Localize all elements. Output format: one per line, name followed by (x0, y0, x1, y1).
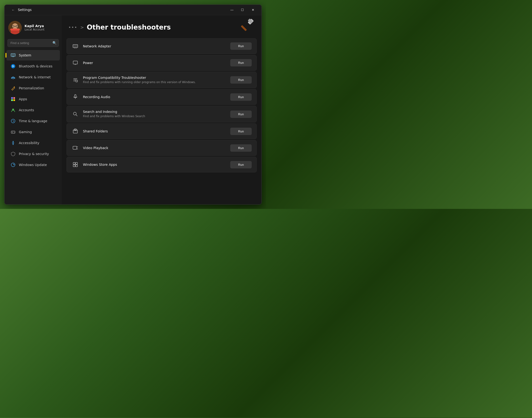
user-section: Kapil Arya Local Account (4, 19, 62, 39)
svg-rect-44 (74, 129, 76, 130)
user-name: Kapil Arya (24, 24, 44, 28)
time-label: Time & language (19, 119, 47, 123)
svg-point-12 (14, 86, 15, 87)
list-item: Power Run (67, 55, 257, 71)
system-label: System (19, 53, 31, 57)
accounts-icon (10, 107, 16, 113)
bluetooth-icon (10, 63, 16, 69)
sidebar: Kapil Arya Local Account 🔍 System (4, 15, 62, 204)
network-adapter-run-button[interactable]: Run (230, 42, 252, 50)
list-item: Shared Folders Run (67, 123, 257, 139)
minimize-button[interactable]: — (227, 6, 237, 13)
network-adapter-info: Network Adapter (83, 44, 226, 48)
settings-window: ← Settings — ☐ ✕ (4, 4, 262, 205)
program-compat-info: Program Compatibility Troubleshooter Fin… (83, 76, 226, 84)
sidebar-item-gaming[interactable]: Gaming (6, 127, 60, 137)
svg-line-42 (76, 115, 77, 116)
bluetooth-label: Bluetooth & devices (19, 64, 52, 68)
power-info: Power (83, 61, 226, 65)
avatar (8, 21, 22, 34)
main-panel: ••• > Other troubleshooters (62, 15, 262, 204)
sidebar-item-apps[interactable]: Apps (6, 94, 60, 104)
search-indexing-run-button[interactable]: Run (230, 111, 252, 118)
windows-store-name: Windows Store Apps (83, 163, 226, 166)
apps-icon (10, 96, 16, 102)
gaming-icon (10, 129, 16, 135)
shared-folders-name: Shared Folders (83, 129, 226, 133)
list-item: Recording Audio Run (67, 89, 257, 105)
svg-point-25 (11, 163, 15, 167)
search-icon: 🔍 (52, 41, 57, 45)
sidebar-item-windows-update[interactable]: Windows Update (6, 160, 60, 170)
troubleshooter-list: Network Adapter Run Power Run (62, 38, 262, 204)
back-button[interactable]: ← (8, 6, 18, 13)
sidebar-item-accessibility[interactable]: Accessibility (6, 138, 60, 148)
search-indexing-name: Search and Indexing (83, 110, 226, 114)
sidebar-item-personalization[interactable]: Personalization (6, 83, 60, 93)
shared-folders-run-button[interactable]: Run (230, 128, 252, 135)
sidebar-item-privacy[interactable]: Privacy & security (6, 149, 60, 159)
user-type: Local Account (24, 28, 44, 31)
recording-audio-icon (72, 93, 79, 101)
network-label: Network & internet (19, 75, 51, 79)
list-item: Program Compatibility Troubleshooter Fin… (67, 72, 257, 88)
maximize-button[interactable]: ☐ (238, 6, 247, 13)
sidebar-item-bluetooth[interactable]: Bluetooth & devices (6, 61, 60, 71)
network-icon (10, 74, 16, 80)
titlebar: ← Settings — ☐ ✕ (4, 5, 262, 15)
svg-rect-39 (75, 94, 76, 97)
svg-rect-8 (12, 54, 15, 56)
video-playback-name: Video Playback (83, 146, 226, 150)
sidebar-item-system[interactable]: System (6, 50, 60, 60)
windows-store-run-button[interactable]: Run (230, 161, 252, 168)
shared-folders-info: Shared Folders (83, 129, 226, 133)
windows-update-icon (10, 162, 16, 168)
shared-folders-icon (72, 128, 79, 135)
user-info: Kapil Arya Local Account (24, 24, 44, 31)
main-content: Kapil Arya Local Account 🔍 System (4, 15, 262, 204)
svg-rect-45 (73, 146, 77, 149)
svg-rect-50 (73, 165, 75, 167)
program-compat-desc: Find and fix problems with running older… (83, 80, 226, 84)
svg-rect-33 (73, 61, 77, 64)
recording-audio-run-button[interactable]: Run (230, 93, 252, 101)
sidebar-item-network[interactable]: Network & internet (6, 72, 60, 82)
system-icon (10, 52, 16, 58)
search-input[interactable] (7, 39, 59, 47)
video-playback-run-button[interactable]: Run (230, 144, 252, 152)
svg-rect-38 (76, 80, 77, 82)
network-adapter-icon (72, 42, 79, 50)
time-icon (10, 118, 16, 124)
search-indexing-icon (72, 110, 79, 118)
recording-audio-info: Recording Audio (83, 95, 226, 99)
svg-rect-19 (11, 131, 15, 133)
search-box: 🔍 (7, 39, 59, 47)
gaming-label: Gaming (19, 130, 32, 134)
list-item: Network Adapter Run (67, 38, 257, 54)
search-indexing-desc: Find and fix problems with Windows Searc… (83, 114, 226, 118)
breadcrumb-separator: > (80, 25, 84, 30)
sidebar-item-time[interactable]: Time & language (6, 116, 60, 126)
program-compat-run-button[interactable]: Run (230, 76, 252, 84)
power-icon (72, 59, 79, 67)
sidebar-item-accounts[interactable]: Accounts (6, 105, 60, 115)
video-playback-info: Video Playback (83, 146, 226, 150)
program-compat-name: Program Compatibility Troubleshooter (83, 76, 226, 80)
list-item: Video Playback Run (67, 140, 257, 156)
svg-rect-9 (12, 57, 14, 57)
avatar-image (8, 21, 22, 34)
privacy-label: Privacy & security (19, 152, 49, 156)
close-button[interactable]: ✕ (248, 6, 258, 13)
svg-rect-27 (241, 25, 247, 31)
windows-store-info: Windows Store Apps (83, 163, 226, 166)
list-item: Search and Indexing Find and fix problem… (67, 106, 257, 122)
power-name: Power (83, 61, 226, 65)
svg-point-11 (13, 78, 13, 79)
personalization-label: Personalization (19, 86, 44, 90)
power-run-button[interactable]: Run (230, 59, 252, 67)
svg-point-23 (14, 132, 14, 133)
svg-point-22 (13, 132, 14, 132)
windows-store-icon (72, 161, 79, 168)
svg-rect-13 (11, 97, 13, 99)
svg-rect-49 (75, 163, 77, 164)
